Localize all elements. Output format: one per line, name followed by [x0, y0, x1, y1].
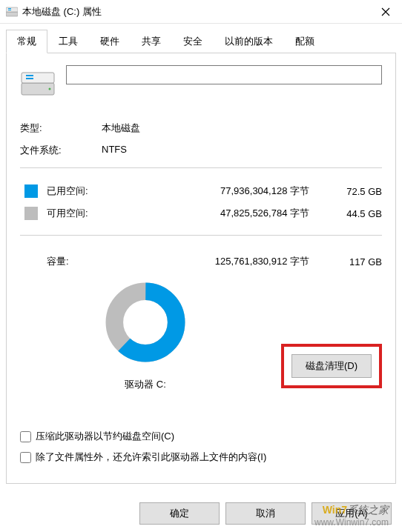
compress-checkbox[interactable]	[20, 431, 31, 442]
free-color-swatch	[24, 207, 38, 220]
filesystem-value: NTFS	[102, 144, 127, 157]
tab-security[interactable]: 安全	[172, 30, 214, 53]
used-space-gb: 72.5 GB	[330, 186, 382, 197]
disk-cleanup-button[interactable]: 磁盘清理(D)	[291, 354, 372, 378]
svg-rect-7	[26, 78, 33, 79]
usage-donut-chart	[105, 282, 186, 363]
drive-icon-small	[6, 6, 18, 18]
compress-checkbox-row[interactable]: 压缩此驱动器以节约磁盘空间(C)	[20, 430, 382, 443]
used-space-label: 已用空间:	[47, 184, 111, 198]
free-space-bytes: 47,825,526,784 字节	[111, 207, 330, 220]
index-checkbox[interactable]	[20, 452, 31, 463]
svg-rect-3	[8, 10, 11, 10]
svg-point-8	[49, 88, 51, 90]
divider	[20, 167, 382, 168]
index-checkbox-row[interactable]: 除了文件属性外，还允许索引此驱动器上文件的内容(I)	[20, 450, 382, 464]
tab-general[interactable]: 常规	[6, 30, 47, 53]
type-label: 类型:	[20, 122, 102, 135]
titlebar: 本地磁盘 (C:) 属性	[0, 0, 402, 24]
compress-label: 压缩此驱动器以节约磁盘空间(C)	[36, 430, 174, 443]
tab-hardware[interactable]: 硬件	[89, 30, 131, 53]
free-space-gb: 44.5 GB	[330, 208, 382, 219]
dialog-buttons: 确定 取消 应用(A)	[139, 502, 392, 525]
apply-button[interactable]: 应用(A)	[312, 502, 392, 525]
free-space-label: 可用空间:	[47, 207, 111, 220]
svg-rect-6	[26, 75, 33, 76]
close-button[interactable]	[369, 0, 402, 24]
tab-general-content: 类型: 本地磁盘 文件系统: NTFS 已用空间: 77,936,304,128…	[6, 53, 396, 484]
drive-letter-label: 驱动器 C:	[125, 378, 166, 391]
tab-sharing[interactable]: 共享	[131, 30, 172, 53]
used-space-bytes: 77,936,304,128 字节	[111, 184, 330, 198]
capacity-bytes: 125,761,830,912 字节	[111, 255, 330, 268]
tab-quota[interactable]: 配额	[284, 30, 326, 53]
drive-label-input[interactable]	[66, 65, 382, 84]
capacity-label: 容量:	[47, 255, 111, 268]
ok-button[interactable]: 确定	[139, 502, 220, 525]
svg-rect-0	[6, 12, 18, 16]
drive-icon	[20, 65, 56, 101]
window-title: 本地磁盘 (C:) 属性	[22, 5, 369, 19]
divider	[20, 235, 382, 236]
tab-strip: 常规 工具 硬件 共享 安全 以前的版本 配额	[0, 24, 402, 53]
tab-tools[interactable]: 工具	[47, 30, 89, 53]
cancel-button[interactable]: 取消	[225, 502, 306, 525]
used-color-swatch	[24, 184, 38, 198]
type-value: 本地磁盘	[102, 122, 140, 135]
capacity-gb: 117 GB	[330, 256, 382, 267]
tab-previous-versions[interactable]: 以前的版本	[214, 30, 284, 53]
svg-rect-1	[6, 7, 18, 12]
filesystem-label: 文件系统:	[20, 144, 102, 157]
svg-rect-2	[8, 8, 11, 9]
index-label: 除了文件属性外，还允许索引此驱动器上文件的内容(I)	[36, 450, 266, 464]
cleanup-highlight-box: 磁盘清理(D)	[281, 344, 382, 388]
close-icon	[381, 7, 390, 16]
